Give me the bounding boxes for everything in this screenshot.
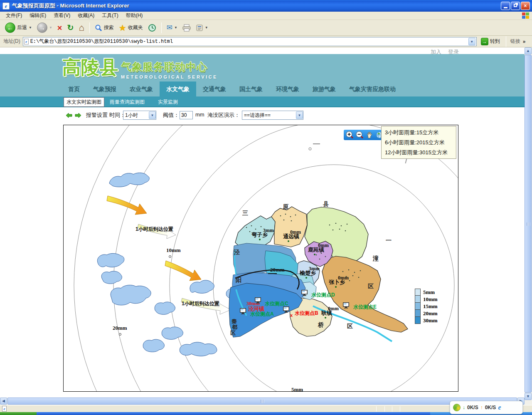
- go-button[interactable]: → 转到: [479, 38, 502, 45]
- station-label-C[interactable]: 水位测点C: [264, 301, 288, 306]
- station-label-D[interactable]: 水位测点D: [311, 292, 335, 298]
- nav-tab-home[interactable]: 首页: [62, 82, 86, 96]
- legend-swatch: [415, 303, 421, 310]
- stop-button[interactable]: ×: [56, 23, 64, 33]
- map-canvas[interactable]: 1小时后到达位置 1小时后到达位置 20mm: [63, 125, 458, 392]
- history-button[interactable]: [146, 23, 158, 33]
- minimize-button[interactable]: [501, 2, 510, 10]
- nav-tab-agriculture[interactable]: 农业气象: [123, 82, 160, 96]
- forward-dropdown-icon[interactable]: ▼: [49, 26, 52, 30]
- nav-tab-environment[interactable]: 环境气象: [269, 82, 306, 96]
- back-dropdown-icon[interactable]: ▼: [29, 26, 32, 30]
- nav-tab-emergency[interactable]: 气象灾害应急联动: [342, 82, 402, 96]
- close-button[interactable]: ×: [521, 2, 530, 10]
- arrow-label-2: 1小时后到达位置: [182, 301, 219, 306]
- vertical-scrollbar[interactable]: ▲ ▼: [525, 47, 532, 405]
- nav-tab-traffic[interactable]: 交通气象: [196, 82, 233, 96]
- start-button[interactable]: [0, 412, 37, 415]
- upload-speed: 0K/S: [485, 405, 496, 410]
- forward-icon: →: [37, 22, 47, 33]
- go-arrow-icon: →: [481, 38, 488, 45]
- back-label: 后退: [17, 24, 27, 31]
- menu-bar: 文件(F) 编辑(E) 查看(V) 收藏(A) 工具(T) 帮助(H): [0, 12, 532, 20]
- region-tongyuan: [271, 207, 307, 247]
- subnav-live-monitor[interactable]: 实景监测: [158, 99, 178, 106]
- time-select-value: 1小时: [125, 112, 138, 119]
- station-B-alert-x: x: [290, 313, 293, 318]
- pan-hand-button[interactable]: [366, 131, 374, 139]
- svg-text:桥: 桥: [318, 321, 324, 328]
- search-icon: [95, 24, 102, 32]
- svg-text:都: 都: [232, 324, 238, 330]
- zoom-out-button[interactable]: [356, 131, 364, 139]
- mail-button[interactable]: ✉▼: [165, 22, 179, 33]
- logo-county: 高陵县: [62, 56, 118, 79]
- legend-item: 20mm: [415, 310, 438, 317]
- scroll-left-button[interactable]: ◀: [0, 398, 7, 405]
- favorites-star-icon: ★: [119, 23, 126, 33]
- edit-button[interactable]: ▼: [194, 23, 210, 32]
- region-zhangbu: [322, 256, 408, 332]
- menu-favorites[interactable]: 收藏(A): [74, 11, 98, 20]
- legend-item: 10mm: [415, 296, 438, 303]
- refresh-button[interactable]: ↻: [66, 23, 76, 33]
- address-dropdown-button[interactable]: ▼: [468, 38, 475, 45]
- ring20-label: 20mm: [113, 325, 127, 331]
- menu-view[interactable]: 查看(V): [50, 11, 74, 20]
- window-title: 气象预报页面原型 - Microsoft Internet Explorer: [12, 2, 129, 10]
- flood-select[interactable]: ==请选择== ▼: [242, 111, 303, 120]
- mail-dropdown-icon[interactable]: ▼: [174, 26, 177, 30]
- address-bar: 地址(D) e E:\气象台\原型20110530\原型20110530\swy…: [0, 36, 532, 47]
- home-button[interactable]: ⌂: [77, 22, 86, 33]
- restore-button[interactable]: [511, 2, 520, 10]
- nav-tab-hydrology[interactable]: 水文气象: [160, 82, 196, 96]
- svg-text:阳: 阳: [236, 277, 241, 283]
- horizontal-scroll-thumb[interactable]: [7, 398, 517, 405]
- svg-text:区: 区: [347, 323, 353, 329]
- station-label-E[interactable]: 水位测点E: [353, 304, 377, 310]
- history-clock-icon: [148, 24, 156, 32]
- legend-item: 30mm: [415, 317, 438, 324]
- standard-toolbar: ← 后退 ▼ → ▼ × ↻ ⌂ 搜索 ★ 收藏夹 ✉▼ ▼: [0, 20, 532, 36]
- forward-button[interactable]: → ▼: [35, 22, 54, 34]
- svg-text:潼: 潼: [372, 255, 379, 262]
- subnav-rain-query-map[interactable]: 雨量查询监测图: [110, 99, 145, 106]
- horizontal-scrollbar[interactable]: ◀ ▶: [0, 398, 525, 405]
- nav-tab-forecast[interactable]: 气象预报: [86, 82, 123, 96]
- flood-select-arrow-icon[interactable]: ▼: [296, 111, 303, 119]
- links-label[interactable]: 链接: [510, 38, 520, 45]
- menu-tools[interactable]: 工具(T): [99, 11, 121, 20]
- favorites-button[interactable]: ★ 收藏夹: [117, 22, 145, 34]
- rain-value: 3mm: [263, 227, 274, 233]
- threshold-input[interactable]: [180, 111, 193, 119]
- station-label-B[interactable]: 水位测点B: [294, 310, 318, 316]
- time-select[interactable]: 1小时 ▼: [123, 111, 156, 120]
- ie-tray-icon[interactable]: e: [498, 404, 501, 411]
- scroll-up-button[interactable]: ▲: [525, 47, 532, 54]
- time-select-arrow-icon[interactable]: ▼: [149, 111, 156, 119]
- svg-text:区: 区: [368, 283, 374, 289]
- print-button[interactable]: [181, 23, 192, 32]
- main-nav: 首页 气象预报 农业气象 水文气象 交通气象 国土气象 环境气象 旅游气象 气象…: [0, 82, 525, 96]
- links-chevron-icon[interactable]: »: [523, 39, 526, 44]
- svg-text:原: 原: [282, 203, 289, 210]
- rainfall-legend: 5mm 10mm 15mm 20mm 30mm: [415, 289, 438, 324]
- search-button[interactable]: 搜索: [93, 23, 116, 32]
- scroll-down-button[interactable]: ▼: [525, 393, 532, 400]
- next-arrow-icon[interactable]: [75, 113, 81, 118]
- net-speed-widget[interactable]: ↓ 0K/S ↑ 0K/S e: [450, 401, 523, 414]
- nav-tab-tourism[interactable]: 旅游气象: [306, 82, 342, 96]
- statusbar-page-icon: e: [2, 406, 7, 412]
- menu-help[interactable]: 帮助(H): [123, 11, 146, 20]
- vertical-scroll-thumb[interactable]: [525, 55, 532, 393]
- address-input[interactable]: e E:\气象台\原型20110530\原型20110530\swyb-list…: [23, 37, 477, 46]
- zoom-in-button[interactable]: [346, 131, 354, 139]
- prev-arrow-icon[interactable]: [66, 113, 72, 118]
- station-label-A[interactable]: 水位测点A: [250, 311, 274, 317]
- menu-edit[interactable]: 编辑(E): [26, 11, 49, 20]
- edit-dropdown-icon[interactable]: ▼: [205, 26, 208, 30]
- menu-file[interactable]: 文件(F): [2, 11, 25, 20]
- back-button[interactable]: ← 后退 ▼: [3, 22, 34, 34]
- nav-tab-land[interactable]: 国土气象: [233, 82, 269, 96]
- subnav-realtime-map[interactable]: 水文实时监测图: [64, 98, 104, 106]
